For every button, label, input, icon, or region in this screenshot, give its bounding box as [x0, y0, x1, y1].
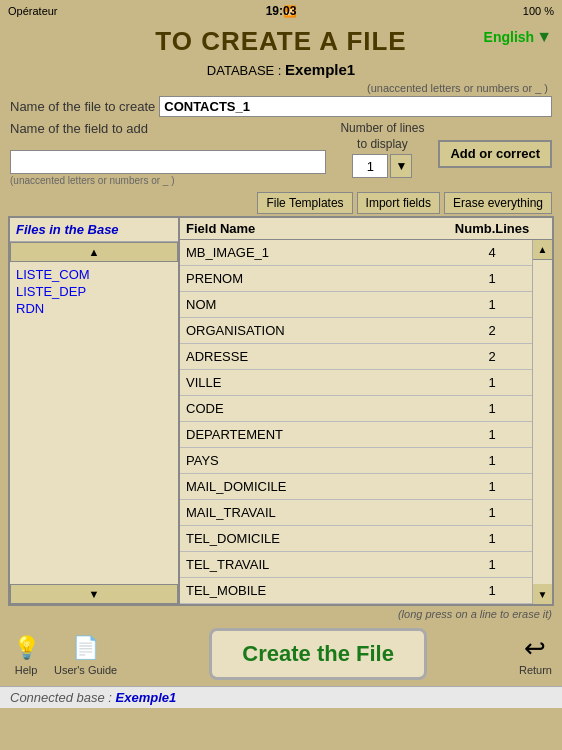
- return-icon: ↩: [519, 632, 551, 664]
- table-row[interactable]: DEPARTEMENT1: [180, 422, 532, 448]
- cell-numb-lines: 1: [452, 583, 532, 598]
- longpress-hint: (long press on a line to erase it): [0, 606, 562, 622]
- app-title: TO CREATE A FILE: [155, 26, 406, 56]
- guide-icon: 📄: [70, 632, 102, 664]
- table-body: MB_IMAGE_14PRENOM1NOM1ORGANISATION2ADRES…: [180, 240, 532, 604]
- help-section[interactable]: 💡 Help: [10, 632, 42, 676]
- field-hint: (unaccented letters or numbers or _ ): [10, 175, 326, 186]
- table-row[interactable]: TEL_TRAVAIL1: [180, 552, 532, 578]
- cell-field-name: ADRESSE: [180, 349, 452, 364]
- bottom-bar: 💡 Help 📄 User's Guide Create the File ↩ …: [0, 622, 562, 686]
- language-label: English: [484, 29, 535, 45]
- filename-input[interactable]: [159, 96, 552, 117]
- return-section[interactable]: ↩ Return: [519, 632, 552, 676]
- table-row[interactable]: VILLE1: [180, 370, 532, 396]
- cell-field-name: MB_IMAGE_1: [180, 245, 452, 260]
- lines-col: Number of linesto display ▼: [340, 121, 424, 178]
- files-list: LISTE_COMLISTE_DEPRDN: [10, 262, 178, 584]
- table-row[interactable]: MAIL_DOMICILE1: [180, 474, 532, 500]
- file-item[interactable]: RDN: [16, 300, 172, 317]
- unaccented-hint: (unaccented letters or numbers or _ ): [0, 82, 562, 94]
- battery-display: 100 %: [523, 5, 554, 17]
- database-label: DATABASE :: [207, 63, 282, 78]
- cell-numb-lines: 1: [452, 557, 532, 572]
- filename-row: Name of the file to create: [0, 94, 562, 119]
- file-item[interactable]: LISTE_COM: [16, 266, 172, 283]
- right-scroll-spacer: [532, 221, 552, 236]
- table-header: Field Name Numb.Lines: [180, 218, 552, 240]
- file-item[interactable]: LISTE_DEP: [16, 283, 172, 300]
- add-correct-button[interactable]: Add or correct: [438, 140, 552, 168]
- table-row[interactable]: MAIL_TRAVAIL1: [180, 500, 532, 526]
- app-header: TO CREATE A FILE: [0, 22, 562, 59]
- table-row[interactable]: CODE1: [180, 396, 532, 422]
- table-row[interactable]: NOM1: [180, 292, 532, 318]
- operator-label: Opérateur: [8, 5, 58, 17]
- cell-field-name: NOM: [180, 297, 452, 312]
- right-scroll-area: ▲ ▼: [532, 240, 552, 604]
- cell-field-name: TEL_DOMICILE: [180, 531, 452, 546]
- cell-numb-lines: 1: [452, 297, 532, 312]
- connected-base-name: Exemple1: [116, 690, 177, 705]
- cell-field-name: CODE: [180, 401, 452, 416]
- right-scroll-down-button[interactable]: ▼: [533, 584, 552, 604]
- cell-numb-lines: 4: [452, 245, 532, 260]
- table-row[interactable]: PAYS1: [180, 448, 532, 474]
- cell-field-name: ORGANISATION: [180, 323, 452, 338]
- lines-input[interactable]: [352, 154, 388, 178]
- cell-numb-lines: 1: [452, 531, 532, 546]
- help-icon: 💡: [10, 632, 42, 664]
- table-row[interactable]: ORGANISATION2: [180, 318, 532, 344]
- connected-base-label: Connected base :: [10, 690, 112, 705]
- language-dropdown-icon: ▼: [536, 28, 552, 46]
- cell-field-name: MAIL_DOMICILE: [180, 479, 452, 494]
- lines-control: ▼: [352, 154, 412, 178]
- time-display: 19:03: [266, 4, 297, 18]
- cell-numb-lines: 1: [452, 479, 532, 494]
- guide-section[interactable]: 📄 User's Guide: [54, 632, 117, 676]
- table-row[interactable]: MB_IMAGE_14: [180, 240, 532, 266]
- cell-numb-lines: 2: [452, 349, 532, 364]
- cell-numb-lines: 1: [452, 453, 532, 468]
- filename-label: Name of the file to create: [10, 99, 155, 114]
- toolbar: File Templates Import fields Erase every…: [0, 188, 562, 216]
- left-scroll-up-button[interactable]: ▲: [10, 242, 178, 262]
- table-row[interactable]: TEL_MOBILE1: [180, 578, 532, 604]
- lines-dropdown-button[interactable]: ▼: [390, 154, 412, 178]
- erase-everything-button[interactable]: Erase everything: [444, 192, 552, 214]
- cell-numb-lines: 1: [452, 271, 532, 286]
- cell-field-name: PAYS: [180, 453, 452, 468]
- cell-numb-lines: 1: [452, 505, 532, 520]
- col-field-name: Field Name: [180, 221, 452, 236]
- table-row[interactable]: TEL_DOMICILE1: [180, 526, 532, 552]
- cell-field-name: DEPARTEMENT: [180, 427, 452, 442]
- cell-numb-lines: 1: [452, 375, 532, 390]
- return-label: Return: [519, 664, 552, 676]
- dropdown-icon: ▼: [395, 159, 407, 173]
- col-numb-lines: Numb.Lines: [452, 221, 532, 236]
- database-name: Exemple1: [285, 61, 355, 78]
- cell-numb-lines: 1: [452, 427, 532, 442]
- bottom-left: 💡 Help 📄 User's Guide: [10, 632, 117, 676]
- left-scroll-down-button[interactable]: ▼: [10, 584, 178, 604]
- field-input[interactable]: [10, 150, 326, 174]
- import-fields-button[interactable]: Import fields: [357, 192, 440, 214]
- right-scroll-up-button[interactable]: ▲: [533, 240, 552, 260]
- database-row: DATABASE : Exemple1: [0, 59, 562, 80]
- lines-section: Name of the field to add (unaccented let…: [0, 119, 562, 188]
- table-row[interactable]: ADRESSE2: [180, 344, 532, 370]
- main-content: Files in the Base ▲ LISTE_COMLISTE_DEPRD…: [8, 216, 554, 606]
- lines-label: Number of linesto display: [340, 121, 424, 152]
- help-label: Help: [15, 664, 38, 676]
- guide-label: User's Guide: [54, 664, 117, 676]
- table-row[interactable]: PRENOM1: [180, 266, 532, 292]
- language-button[interactable]: English ▼: [484, 28, 552, 46]
- file-templates-button[interactable]: File Templates: [257, 192, 352, 214]
- cell-numb-lines: 1: [452, 401, 532, 416]
- cell-field-name: TEL_TRAVAIL: [180, 557, 452, 572]
- right-panel: Field Name Numb.Lines MB_IMAGE_14PRENOM1…: [180, 218, 552, 604]
- cell-field-name: TEL_MOBILE: [180, 583, 452, 598]
- status-bar: Opérateur 📶 19:03 100 %: [0, 0, 562, 22]
- cell-field-name: PRENOM: [180, 271, 452, 286]
- create-file-button[interactable]: Create the File: [209, 628, 427, 680]
